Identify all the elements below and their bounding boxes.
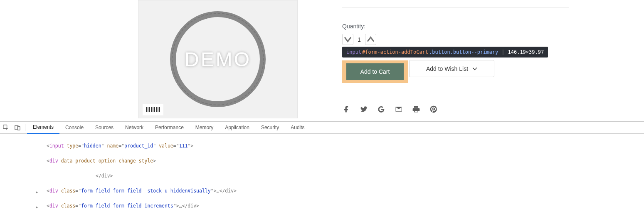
- social-share-row: [342, 105, 438, 115]
- tooltip-dimensions: 146.19×39.97: [508, 49, 544, 55]
- facebook-icon[interactable]: [342, 105, 350, 115]
- svg-rect-2: [17, 126, 20, 130]
- barcode-graphic: [143, 104, 163, 115]
- pinterest-icon[interactable]: [429, 105, 438, 115]
- dom-line: ▶<div class="form-field form-field—incre…: [0, 202, 644, 210]
- tab-performance[interactable]: Performance: [149, 122, 190, 134]
- inspect-element-icon[interactable]: [0, 122, 12, 133]
- tab-audits[interactable]: Audits: [285, 122, 310, 134]
- tooltip-tag: input: [346, 49, 361, 55]
- tab-application[interactable]: Application: [219, 122, 255, 134]
- dom-line: </div>: [0, 172, 644, 180]
- google-icon[interactable]: [377, 105, 385, 115]
- email-icon[interactable]: [395, 105, 403, 115]
- devtools-toolbar: Elements Console Sources Network Perform…: [0, 122, 644, 134]
- tab-memory[interactable]: Memory: [190, 122, 219, 134]
- divider: [342, 8, 569, 8]
- add-to-cart-button[interactable]: Add to Cart: [346, 63, 404, 80]
- inspect-highlight: Add to Cart: [342, 60, 408, 83]
- dom-line: <div data-product-option-change style>: [0, 157, 644, 165]
- tab-console[interactable]: Console: [59, 122, 89, 134]
- inspect-tooltip: input#form-action-addToCart.button.butto…: [342, 47, 548, 58]
- tooltip-id: #form-action-addToCart: [362, 49, 428, 55]
- increase-button[interactable]: [365, 34, 376, 45]
- quantity-label: Quantity:: [342, 23, 569, 30]
- decrease-button[interactable]: [342, 34, 353, 45]
- product-image[interactable]: DEMO: [138, 0, 298, 118]
- tooltip-classes: .button.button--primary: [429, 49, 498, 55]
- tab-sources[interactable]: Sources: [89, 122, 119, 134]
- quantity-value: 1: [358, 36, 361, 43]
- elements-panel[interactable]: <input type="hidden" name="product_id" v…: [0, 134, 644, 215]
- device-toolbar-icon[interactable]: [12, 122, 23, 133]
- image-watermark: DEMO: [185, 48, 251, 71]
- wishlist-label: Add to Wish List: [426, 65, 468, 72]
- dom-line: <input type="hidden" name="product_id" v…: [0, 142, 644, 150]
- tab-network[interactable]: Network: [119, 122, 149, 134]
- quantity-stepper: 1: [342, 34, 569, 45]
- add-to-cart-label: Add to Cart: [360, 68, 390, 75]
- dom-line: ▶<div class="form-field form-field--stoc…: [0, 187, 644, 195]
- tab-elements[interactable]: Elements: [27, 122, 59, 134]
- twitter-icon[interactable]: [360, 105, 368, 115]
- add-to-wishlist-button[interactable]: Add to Wish List: [409, 60, 494, 77]
- devtools-tabs: Elements Console Sources Network Perform…: [27, 122, 311, 134]
- print-icon[interactable]: [412, 105, 420, 115]
- tab-security[interactable]: Security: [255, 122, 285, 134]
